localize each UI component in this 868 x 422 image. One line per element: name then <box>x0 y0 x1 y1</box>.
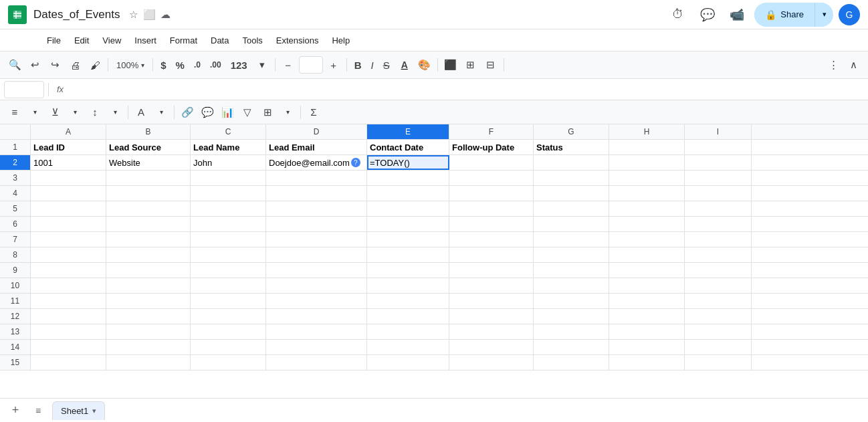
cell-C8[interactable] <box>191 247 266 262</box>
col-header-g[interactable]: G <box>534 124 609 139</box>
cell-G14[interactable] <box>534 340 609 354</box>
cell-B11[interactable] <box>106 294 191 308</box>
cell-d1[interactable]: Lead Email <box>266 140 367 154</box>
cell-G4[interactable] <box>534 186 609 201</box>
cell-A7[interactable] <box>31 232 106 247</box>
cell-E14[interactable] <box>367 340 449 354</box>
increase-font-button[interactable]: + <box>324 56 343 74</box>
cell-H15[interactable] <box>609 355 685 370</box>
sheets-menu-button[interactable]: ≡ <box>29 402 47 419</box>
cell-A6[interactable] <box>31 217 106 231</box>
row-num-15[interactable]: 15 <box>0 355 31 370</box>
cell-F15[interactable] <box>449 355 534 370</box>
row-num-1[interactable]: 1 <box>0 140 31 154</box>
cell-I14[interactable] <box>685 340 752 354</box>
cell-H9[interactable] <box>609 263 685 278</box>
cell-c1[interactable]: Lead Name <box>191 140 266 154</box>
cell-c2[interactable]: John <box>191 155 266 170</box>
cell-reference-input[interactable]: E2 <box>4 81 44 98</box>
col-header-b[interactable]: B <box>106 124 191 139</box>
col-header-d[interactable]: D <box>266 124 367 139</box>
cell-B4[interactable] <box>106 186 191 201</box>
cell-C15[interactable] <box>191 355 266 370</box>
row-num-13[interactable]: 13 <box>0 324 31 339</box>
sheet-tab-sheet1[interactable]: Sheet1 ▾ <box>52 401 105 420</box>
cell-F5[interactable] <box>449 201 534 216</box>
cell-H14[interactable] <box>609 340 685 354</box>
merge-dropdown-button[interactable]: ⊟ <box>481 56 500 74</box>
cell-H13[interactable] <box>609 324 685 339</box>
borders-button[interactable]: ⬛ <box>441 56 460 74</box>
cell-H3[interactable] <box>609 171 685 185</box>
row-num-14[interactable]: 14 <box>0 340 31 354</box>
cell-B5[interactable] <box>106 201 191 216</box>
cell-F10[interactable] <box>449 278 534 293</box>
print-button[interactable]: 🖨 <box>66 56 84 74</box>
cell-E10[interactable] <box>367 278 449 293</box>
cell-E11[interactable] <box>367 294 449 308</box>
font-size-input[interactable]: 9 <box>299 56 323 74</box>
cell-D12[interactable] <box>266 309 367 324</box>
bold-button[interactable]: B <box>350 56 366 74</box>
row-num-10[interactable]: 10 <box>0 278 31 293</box>
cell-G10[interactable] <box>534 278 609 293</box>
format-dropdown-button[interactable]: ▾ <box>253 56 272 74</box>
cell-E7[interactable] <box>367 232 449 247</box>
cell-A9[interactable] <box>31 263 106 278</box>
cell-D11[interactable] <box>266 294 367 308</box>
search-button[interactable]: 🔍 <box>5 56 24 74</box>
cell-F4[interactable] <box>449 186 534 201</box>
cell-E4[interactable] <box>367 186 449 201</box>
cell-I5[interactable] <box>685 201 752 216</box>
cell-A15[interactable] <box>31 355 106 370</box>
italic-button[interactable]: I <box>367 56 378 74</box>
dec-increase-button[interactable]: .00 <box>206 56 225 74</box>
row-num-9[interactable]: 9 <box>0 263 31 278</box>
row-num-5[interactable]: 5 <box>0 201 31 216</box>
cell-h2[interactable] <box>609 155 685 170</box>
cell-G6[interactable] <box>534 217 609 231</box>
cell-D6[interactable] <box>266 217 367 231</box>
cell-D14[interactable] <box>266 340 367 354</box>
row-num-2[interactable]: 2 <box>0 155 31 170</box>
cell-A4[interactable] <box>31 186 106 201</box>
add-sheet-button[interactable]: + <box>7 402 24 419</box>
paint-format-button[interactable]: 🖌 <box>86 56 104 74</box>
cell-D15[interactable] <box>266 355 367 370</box>
cell-G5[interactable] <box>534 201 609 216</box>
cell-A13[interactable] <box>31 324 106 339</box>
menu-tools[interactable]: Tools <box>235 33 269 48</box>
cell-G12[interactable] <box>534 309 609 324</box>
cell-I7[interactable] <box>685 232 752 247</box>
cell-g2[interactable] <box>534 155 609 170</box>
cell-F7[interactable] <box>449 232 534 247</box>
view-more-button[interactable]: ⊞ <box>258 103 277 122</box>
decrease-font-button[interactable]: − <box>279 56 298 74</box>
cell-C10[interactable] <box>191 278 266 293</box>
cell-A11[interactable] <box>31 294 106 308</box>
cell-B6[interactable] <box>106 217 191 231</box>
cell-I15[interactable] <box>685 355 752 370</box>
menu-data[interactable]: Data <box>204 33 235 48</box>
col-header-h[interactable]: H <box>609 124 685 139</box>
col-header-i[interactable]: I <box>685 124 752 139</box>
cell-B15[interactable] <box>106 355 191 370</box>
cell-B14[interactable] <box>106 340 191 354</box>
menu-file[interactable]: File <box>40 33 68 48</box>
cell-C7[interactable] <box>191 232 266 247</box>
text-color-button2[interactable]: A <box>132 103 150 122</box>
cell-F12[interactable] <box>449 309 534 324</box>
cell-D8[interactable] <box>266 247 367 262</box>
cell-F14[interactable] <box>449 340 534 354</box>
cell-I10[interactable] <box>685 278 752 293</box>
strikethrough-button[interactable]: S <box>379 56 394 74</box>
cell-I6[interactable] <box>685 217 752 231</box>
cell-F3[interactable] <box>449 171 534 185</box>
menu-extensions[interactable]: Extensions <box>269 33 326 48</box>
cell-H10[interactable] <box>609 278 685 293</box>
cell-E15[interactable] <box>367 355 449 370</box>
cell-F9[interactable] <box>449 263 534 278</box>
cell-I3[interactable] <box>685 171 752 185</box>
cell-F8[interactable] <box>449 247 534 262</box>
cell-b2[interactable]: Website <box>106 155 191 170</box>
